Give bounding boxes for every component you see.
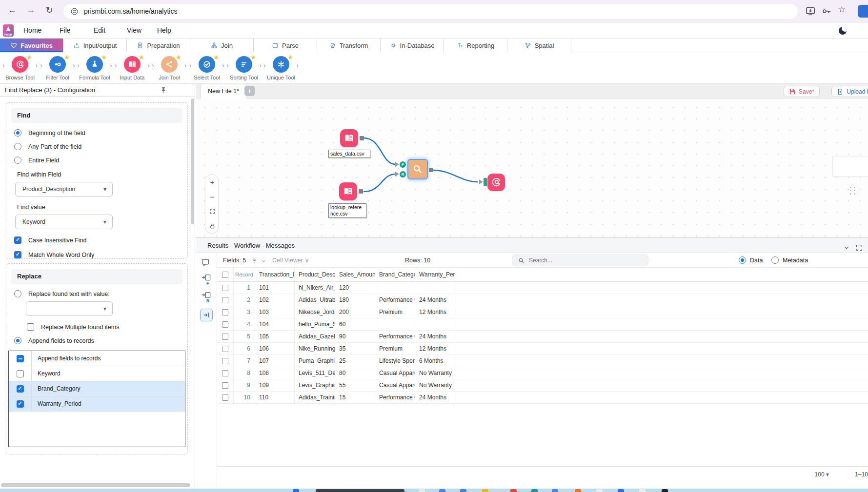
checkbox-icon[interactable] bbox=[17, 370, 24, 377]
forward-icon[interactable]: → bbox=[24, 5, 37, 15]
tab-in-database[interactable]: In-Database bbox=[381, 39, 444, 52]
tool-input-data[interactable]: ›› ★ Input Data bbox=[114, 55, 151, 80]
input-node-lookup[interactable] bbox=[339, 182, 357, 200]
append-field-row[interactable]: Brand_Category bbox=[9, 381, 185, 396]
bookmark-star-icon[interactable]: ☆ bbox=[835, 4, 848, 15]
lock-button[interactable] bbox=[205, 218, 219, 233]
row-checkbox[interactable] bbox=[217, 392, 234, 403]
column-header[interactable]: Product_Descr... bbox=[295, 268, 335, 281]
tab-reporting[interactable]: Reporting bbox=[444, 39, 507, 52]
tab-preparation[interactable]: Preparation bbox=[127, 39, 190, 52]
search-input[interactable] bbox=[529, 256, 641, 265]
config-vertical-scrollbar[interactable] bbox=[191, 98, 194, 224]
input-node-sales[interactable] bbox=[340, 129, 358, 147]
theme-moon-icon[interactable] bbox=[839, 27, 847, 35]
table-row[interactable]: 1101hi_Nikers_Air_...120 bbox=[217, 282, 868, 294]
checkbox-icon[interactable] bbox=[14, 236, 21, 244]
r-input-view-icon[interactable]: R bbox=[201, 291, 212, 305]
anchor-r[interactable]: R bbox=[400, 171, 406, 177]
row-checkbox[interactable] bbox=[217, 343, 234, 354]
message-icon[interactable] bbox=[201, 258, 210, 269]
row-checkbox[interactable] bbox=[217, 282, 234, 294]
site-info-icon[interactable] bbox=[70, 7, 79, 16]
table-row[interactable]: 8108Levis_511_Denim80Casual ApparelNo Wa… bbox=[217, 367, 868, 379]
chevron-down-icon[interactable] bbox=[261, 258, 266, 264]
radio-entire-field[interactable]: Entire Field bbox=[14, 157, 187, 164]
row-checkbox[interactable] bbox=[217, 355, 234, 367]
find-within-field-select[interactable]: Product_Description bbox=[15, 182, 113, 197]
table-row[interactable]: 9109Levis_Graphic_...55Casual ApparelNo … bbox=[217, 379, 868, 392]
node-label-lookup[interactable]: lookup_reference.csv bbox=[328, 203, 366, 218]
fit-view-button[interactable] bbox=[205, 204, 219, 218]
checkbox-case-insensitive[interactable]: Case Insensitive Find bbox=[14, 236, 187, 244]
table-row[interactable]: 4104hello_Puma_S...60 bbox=[217, 318, 868, 331]
checkbox-icon[interactable] bbox=[17, 355, 24, 362]
f-input-view-icon[interactable]: F bbox=[201, 274, 212, 287]
table-row[interactable]: 10110Adidas_Training...15Performance Gea… bbox=[217, 392, 868, 404]
page-size-select[interactable]: 100 ▾ bbox=[815, 467, 829, 482]
tab-parse[interactable]: Parse bbox=[254, 39, 317, 52]
browse-input-anchor[interactable] bbox=[484, 178, 487, 186]
checkbox-match-whole-word[interactable]: Match Whole Word Only bbox=[14, 251, 187, 258]
append-field-row[interactable]: Keyword bbox=[9, 366, 185, 381]
radio-beginning-of-field[interactable]: Beginning of the field bbox=[14, 129, 187, 137]
pin-icon[interactable] bbox=[160, 86, 167, 94]
key-icon[interactable] bbox=[821, 6, 832, 17]
expand-icon[interactable] bbox=[855, 242, 863, 250]
workflow-canvas[interactable]: + − sales_data.csv lookup_reference.csv … bbox=[196, 98, 868, 237]
radio-icon[interactable] bbox=[14, 143, 21, 150]
tool-formula[interactable]: ›› ★ Formula Tool bbox=[76, 55, 113, 80]
radio-icon[interactable] bbox=[771, 256, 779, 264]
table-row[interactable]: 2102Adidas_Ultrabo...180Performance Gear… bbox=[217, 294, 868, 306]
cell-viewer-button[interactable]: Cell Viewer ∨ bbox=[272, 253, 309, 268]
row-checkbox[interactable] bbox=[217, 294, 234, 306]
replace-value-select[interactable] bbox=[26, 301, 113, 316]
config-horizontal-scrollbar[interactable] bbox=[1, 483, 190, 487]
checkbox-icon[interactable] bbox=[17, 400, 24, 408]
workflow-tab[interactable]: New File 1* bbox=[201, 84, 246, 98]
append-fields-list[interactable]: Append fields to recordsKeywordBrand_Cat… bbox=[8, 351, 185, 447]
tab-favourites[interactable]: Favourites bbox=[0, 39, 63, 52]
column-header[interactable]: Record bbox=[234, 268, 255, 281]
table-row[interactable]: 7107Puma_Graphic_...25Lifestyle Sports6 … bbox=[217, 355, 868, 367]
find-replace-node[interactable] bbox=[407, 159, 428, 179]
metadata-radio[interactable]: Metadata bbox=[771, 256, 808, 264]
collapse-icon[interactable] bbox=[843, 242, 850, 250]
tool-sorting[interactable]: ›› ★ Sorting Tool bbox=[225, 55, 262, 80]
anchor-f[interactable]: F bbox=[400, 161, 406, 168]
reload-icon[interactable]: ↻ bbox=[43, 5, 56, 16]
table-row[interactable]: 5105Adidas_Gazelle...90Performance Gear2… bbox=[217, 331, 868, 343]
radio-icon[interactable] bbox=[14, 157, 21, 164]
checkbox-icon[interactable] bbox=[17, 385, 24, 393]
row-checkbox[interactable] bbox=[217, 379, 234, 391]
append-field-row[interactable]: Warranty_Period bbox=[9, 396, 185, 412]
output-anchor[interactable] bbox=[359, 189, 363, 194]
tab-join[interactable]: Join bbox=[190, 39, 254, 52]
tab-transform[interactable]: Transform bbox=[317, 39, 381, 52]
column-header[interactable]: Sales_Amount bbox=[335, 268, 375, 281]
extension-icon[interactable] bbox=[858, 5, 868, 18]
checkbox-icon[interactable] bbox=[14, 251, 21, 258]
row-checkbox[interactable] bbox=[217, 306, 234, 318]
zoom-out-button[interactable]: − bbox=[205, 189, 219, 204]
save-button[interactable]: Save* bbox=[784, 86, 820, 97]
zoom-in-button[interactable]: + bbox=[205, 175, 219, 189]
checkbox-replace-multiple[interactable]: Replace Multiple found items bbox=[27, 323, 187, 331]
column-header[interactable]: Warranty_Period bbox=[415, 268, 455, 281]
url-bar[interactable]: prismbi.com.sa/home/analytics bbox=[63, 4, 798, 19]
menu-view[interactable]: View bbox=[127, 23, 141, 38]
menu-edit[interactable]: Edit bbox=[94, 23, 105, 38]
row-checkbox[interactable] bbox=[217, 367, 234, 379]
tab-input-output[interactable]: Input/output bbox=[63, 39, 127, 52]
tool-select[interactable]: ›› ★ Select Tool bbox=[188, 55, 225, 80]
browse-node[interactable] bbox=[487, 174, 505, 191]
radio-icon[interactable] bbox=[14, 129, 21, 137]
checkbox-icon[interactable] bbox=[27, 323, 34, 331]
select-all-checkbox[interactable] bbox=[217, 268, 234, 281]
data-radio[interactable]: Data bbox=[739, 256, 763, 264]
find-value-select[interactable]: Keyword bbox=[15, 215, 113, 229]
results-search[interactable] bbox=[512, 255, 648, 266]
table-row[interactable]: 6106Nike_Running_...35Premium12 Months bbox=[217, 343, 868, 355]
radio-icon[interactable] bbox=[739, 256, 746, 264]
install-icon[interactable] bbox=[805, 6, 816, 17]
